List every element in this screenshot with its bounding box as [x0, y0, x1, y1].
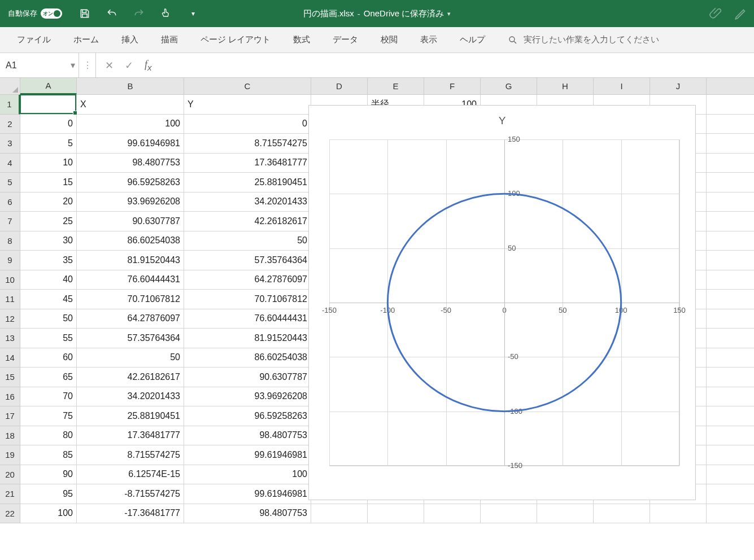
- cell-A18[interactable]: 80: [20, 426, 77, 445]
- save-icon[interactable]: [79, 8, 90, 19]
- cell-B8[interactable]: 86.60254038: [77, 231, 184, 251]
- ribbon-tab-数式[interactable]: 数式: [282, 27, 321, 53]
- row-header-9[interactable]: 9: [0, 251, 20, 270]
- qat-dropdown-icon[interactable]: ▾: [188, 8, 199, 19]
- cell-A10[interactable]: 40: [20, 270, 77, 290]
- row-header-7[interactable]: 7: [0, 212, 20, 231]
- col-header-E[interactable]: E: [368, 78, 424, 94]
- cell-A21[interactable]: 95: [20, 484, 77, 504]
- cell-C3[interactable]: 8.715574275: [184, 134, 311, 153]
- cell-A17[interactable]: 75: [20, 406, 77, 426]
- row-header-16[interactable]: 16: [0, 387, 20, 407]
- col-header-F[interactable]: F: [424, 78, 481, 94]
- cell-B4[interactable]: 98.4807753: [77, 154, 184, 173]
- cell-C15[interactable]: 90.6307787: [184, 368, 311, 387]
- ribbon-tab-ホーム[interactable]: ホーム: [62, 27, 110, 53]
- cell-B12[interactable]: 64.27876097: [77, 309, 184, 329]
- row-header-1[interactable]: 1: [0, 95, 20, 115]
- toggle-switch[interactable]: オン: [41, 8, 62, 19]
- cell-B18[interactable]: 17.36481777: [77, 426, 184, 445]
- cell-A6[interactable]: 20: [20, 193, 77, 212]
- ribbon-tab-挿入[interactable]: 挿入: [110, 27, 150, 53]
- select-all-triangle[interactable]: [0, 78, 20, 95]
- cell-C14[interactable]: 86.60254038: [184, 348, 311, 368]
- chevron-down-icon[interactable]: ▾: [71, 53, 75, 77]
- cell-A22[interactable]: 100: [20, 504, 77, 523]
- cell-H22[interactable]: [537, 504, 594, 523]
- cell-B14[interactable]: 50: [77, 348, 184, 368]
- cell-A3[interactable]: 5: [20, 134, 77, 153]
- cell-E22[interactable]: [368, 504, 424, 523]
- column-headers[interactable]: ABCDEFGHIJ: [20, 78, 754, 95]
- row-header-15[interactable]: 15: [0, 368, 20, 387]
- col-header-D[interactable]: D: [311, 78, 368, 94]
- cell-A12[interactable]: 50: [20, 309, 77, 329]
- cell-B1[interactable]: X: [77, 95, 184, 114]
- cell-D22[interactable]: [311, 504, 368, 523]
- ribbon-tab-表示[interactable]: 表示: [409, 27, 448, 53]
- row-header-11[interactable]: 11: [0, 290, 20, 309]
- row-header-8[interactable]: 8: [0, 231, 20, 251]
- cell-A1[interactable]: [20, 95, 77, 114]
- cell-A2[interactable]: 0: [20, 115, 77, 134]
- chart-series-circle[interactable]: [387, 194, 621, 411]
- cell-B3[interactable]: 99.61946981: [77, 134, 184, 153]
- ribbon-tab-ファイル[interactable]: ファイル: [6, 27, 62, 53]
- row-header-4[interactable]: 4: [0, 154, 20, 173]
- fx-icon[interactable]: fx: [145, 59, 152, 72]
- cell-C12[interactable]: 76.60444431: [184, 309, 311, 329]
- cell-A4[interactable]: 10: [20, 154, 77, 173]
- cell-C20[interactable]: 100: [184, 465, 311, 484]
- row-header-21[interactable]: 21: [0, 484, 20, 504]
- cell-C21[interactable]: 99.61946981: [184, 484, 311, 504]
- cell-A15[interactable]: 65: [20, 368, 77, 387]
- cell-B2[interactable]: 100: [77, 115, 184, 134]
- cell-A5[interactable]: 15: [20, 173, 77, 192]
- cell-B20[interactable]: 6.12574E-15: [77, 465, 184, 484]
- cell-B17[interactable]: 25.88190451: [77, 406, 184, 426]
- cell-C2[interactable]: 0: [184, 115, 311, 134]
- cell-B10[interactable]: 76.60444431: [77, 270, 184, 290]
- cell-B11[interactable]: 70.71067812: [77, 290, 184, 309]
- cell-C18[interactable]: 98.4807753: [184, 426, 311, 445]
- col-header-A[interactable]: A: [20, 78, 77, 94]
- cell-C19[interactable]: 99.61946981: [184, 445, 311, 465]
- cell-B6[interactable]: 93.96926208: [77, 193, 184, 212]
- col-header-B[interactable]: B: [77, 78, 184, 94]
- cell-A13[interactable]: 55: [20, 329, 77, 348]
- col-header-C[interactable]: C: [184, 78, 311, 94]
- tell-me-search[interactable]: 実行したい作業を入力してください: [508, 34, 659, 45]
- row-header-14[interactable]: 14: [0, 348, 20, 368]
- cell-J22[interactable]: [650, 504, 707, 523]
- row-header-20[interactable]: 20: [0, 465, 20, 485]
- redo-icon[interactable]: [133, 8, 145, 19]
- cell-C8[interactable]: 50: [184, 231, 311, 251]
- cell-C22[interactable]: 98.4807753: [184, 504, 311, 523]
- row-header-19[interactable]: 19: [0, 445, 20, 465]
- cell-A20[interactable]: 90: [20, 465, 77, 484]
- cell-C13[interactable]: 81.91520443: [184, 329, 311, 348]
- row-header-2[interactable]: 2: [0, 115, 20, 134]
- cell-C9[interactable]: 57.35764364: [184, 251, 311, 270]
- cell-C5[interactable]: 25.88190451: [184, 173, 311, 192]
- cell-I22[interactable]: [594, 504, 650, 523]
- row-headers[interactable]: 12345678910111213141516171819202122: [0, 95, 20, 523]
- cell-B5[interactable]: 96.59258263: [77, 173, 184, 192]
- row-header-17[interactable]: 17: [0, 406, 20, 426]
- enter-icon[interactable]: ✓: [125, 59, 133, 72]
- cell-A8[interactable]: 30: [20, 231, 77, 251]
- undo-icon[interactable]: [106, 8, 117, 19]
- row-header-22[interactable]: 22: [0, 504, 20, 524]
- cell-B19[interactable]: 8.715574275: [77, 445, 184, 465]
- cell-B21[interactable]: -8.715574275: [77, 484, 184, 504]
- cell-A7[interactable]: 25: [20, 212, 77, 231]
- row-header-5[interactable]: 5: [0, 173, 20, 193]
- row-header-18[interactable]: 18: [0, 426, 20, 446]
- formula-input[interactable]: [161, 53, 754, 77]
- cell-C10[interactable]: 64.27876097: [184, 270, 311, 290]
- row-header-10[interactable]: 10: [0, 270, 20, 290]
- col-header-H[interactable]: H: [537, 78, 594, 94]
- cell-C11[interactable]: 70.71067812: [184, 290, 311, 309]
- name-box[interactable]: ▾: [0, 53, 79, 77]
- cancel-icon[interactable]: ✕: [105, 59, 114, 72]
